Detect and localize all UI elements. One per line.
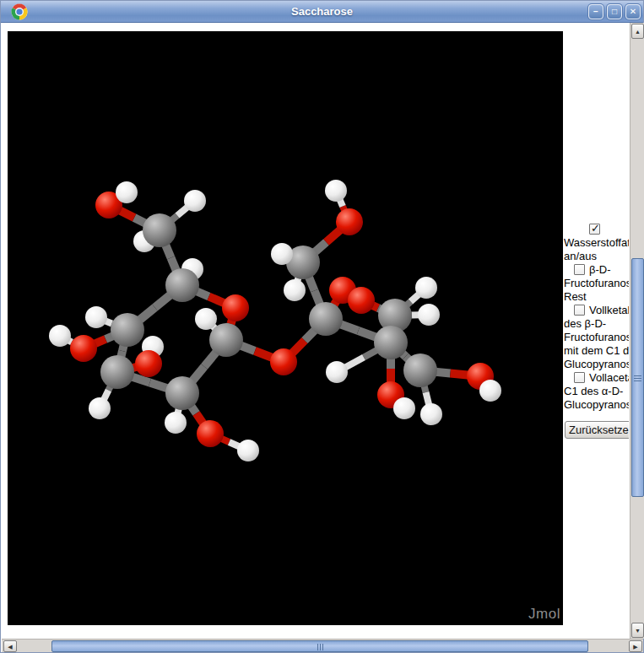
vollketal-label: Vollketal xyxy=(589,304,629,316)
fructofuranosyl-label: β-D- xyxy=(589,263,611,276)
fructofuranosyl-checkbox[interactable] xyxy=(574,264,585,275)
maximize-button[interactable]: □ xyxy=(607,4,622,19)
hydrogens-checkbox[interactable] xyxy=(589,224,600,235)
titlebar[interactable]: Saccharose − □ ✕ xyxy=(1,1,643,23)
vollacetal-label: C1 des α-D- xyxy=(564,385,629,398)
molecule-canvas[interactable] xyxy=(8,31,563,625)
window-title: Saccharose xyxy=(1,1,643,23)
thumb-grip-icon xyxy=(634,378,641,379)
molecule-model[interactable] xyxy=(8,31,563,625)
hydrogens-label: Wasserstoffatome xyxy=(564,236,629,250)
jmol-viewport[interactable]: Jmol xyxy=(8,31,563,625)
vollacetal-label: Vollacetal am xyxy=(589,371,629,384)
minimize-button[interactable]: − xyxy=(588,4,603,19)
vollketal-label: Fructofuranosids xyxy=(564,331,629,344)
vollacetal-label: Glucopyranosids xyxy=(564,398,629,412)
app-window: Saccharose − □ ✕ Jmol Wasserstoffatome a… xyxy=(0,0,644,653)
controls-panel: Wasserstoffatome an/aus β-D- Fructofuran… xyxy=(564,223,629,442)
reset-button[interactable]: Zurücksetzen xyxy=(565,421,629,439)
vollketal-label: Glucopyranosids xyxy=(564,358,629,371)
scroll-down-icon[interactable]: ▼ xyxy=(631,623,644,638)
thumb-grip-icon xyxy=(320,644,321,650)
vollketal-label: des β-D- xyxy=(564,317,629,331)
scroll-right-icon[interactable]: ▶ xyxy=(629,640,642,652)
hydrogens-label: an/aus xyxy=(564,250,629,263)
vollacetal-checkbox[interactable] xyxy=(574,372,585,383)
fructofuranosyl-label: Rest xyxy=(564,290,629,304)
vollketal-label: mit dem C1 des xyxy=(564,344,629,358)
horizontal-scrollbar[interactable]: ◀ ▶ xyxy=(2,639,643,652)
scroll-left-icon[interactable]: ◀ xyxy=(3,640,17,652)
fructofuranosyl-label: Fructofuranosyl- xyxy=(564,277,629,290)
vertical-scrollbar[interactable]: ▲ ▼ xyxy=(630,23,644,639)
scroll-up-icon[interactable]: ▲ xyxy=(631,24,644,39)
vertical-scrollbar-thumb[interactable] xyxy=(631,258,644,497)
close-button[interactable]: ✕ xyxy=(625,4,641,19)
jmol-watermark: Jmol xyxy=(528,606,560,623)
vollketal-checkbox[interactable] xyxy=(574,305,585,316)
horizontal-scrollbar-thumb[interactable] xyxy=(51,640,588,652)
